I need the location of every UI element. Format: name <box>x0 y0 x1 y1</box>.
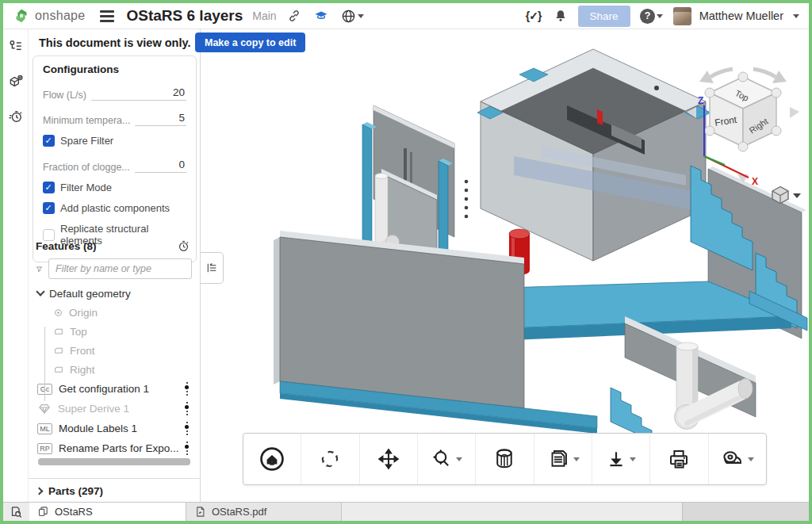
history-icon[interactable] <box>8 109 24 128</box>
orbit-button[interactable] <box>301 434 358 484</box>
export-button[interactable] <box>592 434 649 484</box>
filter-funnel-icon <box>36 262 43 276</box>
feature-label: Module Labels 1 <box>59 423 178 434</box>
configuration-flyout-icon[interactable] <box>8 39 24 58</box>
tree-item-label: Right <box>70 364 95 376</box>
config-field-value[interactable]: 5 <box>135 112 186 126</box>
left-icon-strip <box>3 29 29 502</box>
hamburger-menu-icon[interactable] <box>100 10 114 22</box>
parts-list-header[interactable]: Parts (297) <box>29 478 200 497</box>
config-check-spare-filter[interactable]: Spare Filter <box>43 135 186 147</box>
print-button[interactable] <box>649 434 707 484</box>
parts-label: Parts (297) <box>48 485 103 497</box>
tree-item-label: Top <box>70 326 87 338</box>
default-geometry-group[interactable]: Default geometry <box>33 284 197 303</box>
export-menu-caret[interactable] <box>630 457 636 461</box>
config-check-add-plastic[interactable]: Add plastic components <box>43 202 186 214</box>
config-field-value[interactable]: 20 <box>91 86 186 101</box>
brand-wordmark: onshape <box>35 9 86 23</box>
features-title: Features (8) <box>36 240 97 252</box>
group-label: Default geometry <box>49 288 131 300</box>
make-copy-button[interactable]: Make a copy to edit <box>195 33 305 52</box>
feature-label: Super Derive 1 <box>58 403 178 415</box>
part-appearance-icon[interactable] <box>8 74 24 93</box>
view-options-caret[interactable] <box>793 193 801 198</box>
onshape-logo-icon <box>13 7 30 25</box>
home-view-button[interactable] <box>243 434 301 484</box>
feature-get-configuration[interactable]: Gc Get configuration 1 <box>33 379 197 399</box>
tab-label: OStaRS.pdf <box>212 506 266 518</box>
pdf-icon <box>194 506 206 518</box>
axis-x-label: X <box>752 176 758 187</box>
feature-badge: RP <box>37 443 52 454</box>
config-field-label: Flow (L/s) <box>43 90 86 101</box>
feature-list-icon <box>205 262 218 274</box>
checkbox-checked-icon[interactable] <box>43 182 55 193</box>
checkbox-label: Spare Filter <box>60 135 113 147</box>
tab-search-button[interactable] <box>3 503 29 521</box>
axis-z-label: Z <box>698 95 703 106</box>
rollback-history-icon[interactable] <box>177 239 190 253</box>
tree-item-right[interactable]: Right <box>33 360 197 379</box>
feature-drag-handle[interactable] <box>185 422 189 435</box>
help-menu[interactable] <box>638 6 665 25</box>
feature-label: Rename Parts for Expo... <box>59 442 178 454</box>
tab-label: OStaRS <box>55 506 93 518</box>
tab-bar-scroll-region[interactable] <box>682 503 809 521</box>
workspace-name[interactable]: Main <box>252 10 276 22</box>
tree-item-origin[interactable]: Origin <box>33 303 197 322</box>
zoom-button[interactable] <box>417 434 475 484</box>
top-bar: onshape OStaRS 6 layers Main Share Matth… <box>3 3 809 29</box>
section-view-button[interactable] <box>475 434 533 484</box>
feature-drag-handle[interactable] <box>185 402 189 415</box>
link-icon[interactable] <box>285 6 304 25</box>
config-field-min-temp: Minimum tempera... 5 <box>43 109 186 126</box>
pan-button[interactable] <box>359 434 417 484</box>
tab-part-studio[interactable]: OStaRS <box>29 503 186 521</box>
user-avatar[interactable] <box>673 7 691 25</box>
rollback-bar[interactable] <box>38 458 190 465</box>
language-globe-icon[interactable] <box>339 6 367 25</box>
view-cube[interactable]: Top Front Right Z X <box>684 59 802 210</box>
feature-label: Get configuration 1 <box>59 383 178 395</box>
plane-icon <box>53 346 64 356</box>
tree-item-top[interactable]: Top <box>33 322 197 341</box>
feature-list-flyout-handle[interactable] <box>201 252 224 284</box>
checkbox-checked-icon[interactable] <box>43 202 55 214</box>
user-menu-caret[interactable] <box>793 14 799 18</box>
config-field-fraction: Fraction of clogge... 0 <box>43 155 186 173</box>
named-views-button[interactable] <box>534 434 592 484</box>
onshape-logo[interactable]: onshape <box>13 7 86 25</box>
custom-features-icon[interactable] <box>524 6 543 25</box>
graphics-viewport[interactable]: Top Front Right Z X <box>201 29 809 502</box>
feature-drag-handle[interactable] <box>185 382 189 396</box>
configurations-card: Configurations Flow (L/s) 20 Minimum tem… <box>33 55 197 262</box>
tree-guide-line <box>44 327 45 401</box>
plane-icon <box>53 327 64 337</box>
share-button[interactable]: Share <box>578 6 630 27</box>
plane-icon <box>53 365 64 375</box>
feature-module-labels[interactable]: ML Module Labels 1 <box>33 419 197 438</box>
tree-item-front[interactable]: Front <box>33 341 197 360</box>
gem-icon <box>37 404 52 414</box>
feature-drag-handle[interactable] <box>185 442 189 455</box>
learning-center-icon[interactable] <box>312 6 331 25</box>
user-name[interactable]: Matthew Mueller <box>699 10 783 22</box>
config-check-filter-mode[interactable]: Filter Mode <box>43 182 186 193</box>
config-field-value[interactable]: 0 <box>135 159 186 173</box>
view-options-cube-icon[interactable] <box>772 187 801 204</box>
help-caret <box>657 14 663 18</box>
zoom-menu-caret[interactable] <box>456 457 462 461</box>
feature-rename-parts[interactable]: RP Rename Parts for Expo... <box>33 438 197 458</box>
tab-pdf[interactable]: OStaRS.pdf <box>186 503 342 521</box>
feature-panel: Configurations Flow (L/s) 20 Minimum tem… <box>29 29 201 502</box>
configurations-title: Configurations <box>43 63 186 75</box>
views-menu-caret[interactable] <box>573 457 580 461</box>
measure-menu-caret[interactable] <box>748 457 754 461</box>
feature-filter-input[interactable] <box>48 258 192 279</box>
checkbox-checked-icon[interactable] <box>43 135 55 147</box>
feature-super-derive[interactable]: Super Derive 1 <box>33 399 197 419</box>
measure-button[interactable] <box>708 434 766 484</box>
notifications-bell-icon[interactable] <box>551 6 570 25</box>
globe-caret <box>358 14 364 18</box>
